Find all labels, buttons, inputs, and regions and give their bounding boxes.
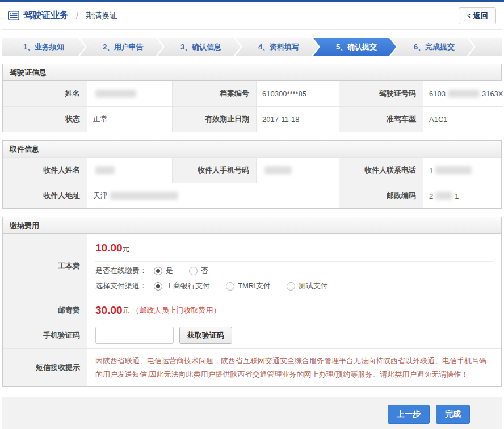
postage-fee-label: 邮寄费 <box>3 298 87 322</box>
radio-yes-label: 是 <box>166 266 173 276</box>
production-fee-cell: 10.00元 是否在线缴费： 是 否 选择支付渠道： 工商银行支付 <box>87 234 501 298</box>
step-1-label: 1、业务须知 <box>23 42 64 52</box>
previous-step-button[interactable]: 上一步 <box>388 405 430 424</box>
sms-code-label: 手机验证码 <box>3 322 87 348</box>
step-3-label: 3、确认信息 <box>180 42 221 52</box>
license-list-icon <box>8 11 19 20</box>
payment-channel-question: 选择支付渠道： <box>95 281 147 291</box>
valid-until-label: 有效期止日期 <box>172 106 256 132</box>
pickup-info-section: 取件信息 收件人姓名 收件人手机号码 收件人联系电话 1 收件人地址 天津 邮政… <box>2 140 502 209</box>
postal-code-label: 邮政编码 <box>339 183 423 208</box>
sms-notice-text: 因陕西省联通、电信运营商技术问题，陕西省互联网交通安全综合服务管理平台无法向持陕… <box>95 349 493 386</box>
radio-tmri-label: TMRI支付 <box>238 281 271 291</box>
file-no-value: 610300****85 <box>256 81 339 106</box>
step-2-tab[interactable]: 2、用户申告 <box>80 38 163 56</box>
production-fee-label: 工本费 <box>3 234 87 298</box>
radio-selected-icon <box>154 267 162 275</box>
radio-channel-icbc[interactable]: 工商银行支付 <box>154 281 210 291</box>
sms-notice-label: 短信接收提示 <box>3 348 87 386</box>
redacted-recipient-name <box>95 166 115 174</box>
postal-code-suffix: 1 <box>455 192 459 200</box>
radio-selected-icon <box>154 282 162 291</box>
step-1-tab[interactable]: 1、业务须知 <box>2 38 85 56</box>
step-6-label: 6、完成提交 <box>414 42 455 52</box>
name-label: 姓名 <box>3 81 87 106</box>
postage-fee-note: （邮政人员上门收取费用） <box>132 305 221 316</box>
recipient-address-label: 收件人地址 <box>3 183 87 208</box>
production-fee-unit: 元 <box>123 245 130 253</box>
license-no-label: 驾驶证号码 <box>339 81 423 106</box>
license-info-section: 驾驶证信息 姓名 档案编号 610300****85 驾驶证号码 6103 31… <box>2 64 502 132</box>
fee-section-title: 缴纳费用 <box>3 217 501 234</box>
step-4-label: 4、资料填写 <box>258 42 299 52</box>
step-5-label: 5、确认提交 <box>336 42 377 52</box>
back-chevron-icon: < <box>468 11 471 20</box>
recipient-phone-value: 1 <box>423 157 501 183</box>
redacted-recipient-phone <box>435 166 472 174</box>
radio-unselected-icon <box>189 267 198 275</box>
back-button[interactable]: < 返回 <box>459 7 496 24</box>
redacted-license-no <box>448 90 480 98</box>
redacted-recipient-address <box>110 192 178 200</box>
breadcrumb-divider: / <box>76 11 78 20</box>
recipient-mobile-label: 收件人手机号码 <box>172 157 256 183</box>
sms-code-input[interactable] <box>95 327 174 344</box>
postal-code-value: 2 1 <box>423 183 501 208</box>
footer-action-bar: 上一步 完成 <box>2 397 502 429</box>
license-no-suffix: 3163X <box>482 90 503 98</box>
breadcrumb-current: 期满换证 <box>86 11 117 21</box>
postage-fee-unit: 元 <box>123 305 130 316</box>
file-no-label: 档案编号 <box>172 81 256 106</box>
name-value <box>87 81 172 106</box>
radio-unselected-icon <box>226 282 234 291</box>
recipient-address-value: 天津 <box>87 183 339 208</box>
page-title: 驾驶证业务 <box>23 10 69 22</box>
sms-notice-cell: 因陕西省联通、电信运营商技术问题，陕西省互联网交通安全综合服务管理平台无法向持陕… <box>87 348 501 386</box>
status-label: 状态 <box>3 106 87 132</box>
license-no-prefix: 6103 <box>429 90 446 98</box>
step-3-tab[interactable]: 3、确认信息 <box>158 38 241 56</box>
pickup-section-title: 取件信息 <box>3 141 501 157</box>
radio-unselected-icon <box>287 282 295 291</box>
postage-fee-amount: 30.00 <box>95 304 123 317</box>
radio-channel-tmri[interactable]: TMRI支付 <box>226 281 271 291</box>
postal-code-prefix: 2 <box>429 192 433 200</box>
page-header: 驾驶证业务 / 期满换证 < 返回 <box>2 2 502 30</box>
redacted-name <box>95 90 136 98</box>
recipient-address-prefix: 天津 <box>93 191 108 201</box>
finish-button[interactable]: 完成 <box>436 405 470 424</box>
radio-channel-test[interactable]: 测试支付 <box>287 281 328 291</box>
sms-code-cell: 获取验证码 <box>87 322 501 348</box>
online-payment-question: 是否在线缴费： <box>95 266 147 276</box>
recipient-name-label: 收件人姓名 <box>3 157 87 183</box>
get-sms-code-button[interactable]: 获取验证码 <box>179 327 232 344</box>
status-value: 正常 <box>87 106 172 132</box>
valid-until-value: 2017-11-18 <box>256 106 339 132</box>
redacted-recipient-mobile <box>264 166 292 174</box>
step-4-tab[interactable]: 4、资料填写 <box>236 38 318 56</box>
back-button-label: 返回 <box>473 11 488 21</box>
recipient-mobile-value <box>256 157 339 183</box>
radio-online-pay-yes[interactable]: 是 <box>154 266 173 276</box>
radio-test-label: 测试支付 <box>299 281 328 291</box>
license-section-title: 驾驶证信息 <box>3 64 501 81</box>
postage-fee-cell: 30.00元 （邮政人员上门收取费用） <box>87 298 501 322</box>
recipient-phone-prefix: 1 <box>429 166 433 175</box>
radio-no-label: 否 <box>201 266 208 276</box>
step-6-tab[interactable]: 6、完成提交 <box>391 38 474 56</box>
radio-icbc-label: 工商银行支付 <box>166 281 210 291</box>
fee-section: 缴纳费用 工本费 10.00元 是否在线缴费： 是 否 选择支付渠道： <box>2 217 502 387</box>
vehicle-class-label: 准驾车型 <box>339 106 423 132</box>
radio-online-pay-no[interactable]: 否 <box>189 266 208 276</box>
license-no-value: 6103 3163X <box>423 81 503 106</box>
recipient-phone-label: 收件人联系电话 <box>339 157 423 183</box>
step-2-label: 2、用户申告 <box>103 42 144 52</box>
production-fee-amount: 10.00 <box>95 242 123 254</box>
redacted-postal-code <box>435 192 452 200</box>
step-5-tab-active[interactable]: 5、确认提交 <box>313 38 396 56</box>
step-navigation: 1、业务须知 2、用户申告 3、确认信息 4、资料填写 5、确认提交 6、完成提… <box>2 38 502 56</box>
vehicle-class-value: A1C1 <box>423 106 503 132</box>
recipient-name-value <box>87 157 172 183</box>
